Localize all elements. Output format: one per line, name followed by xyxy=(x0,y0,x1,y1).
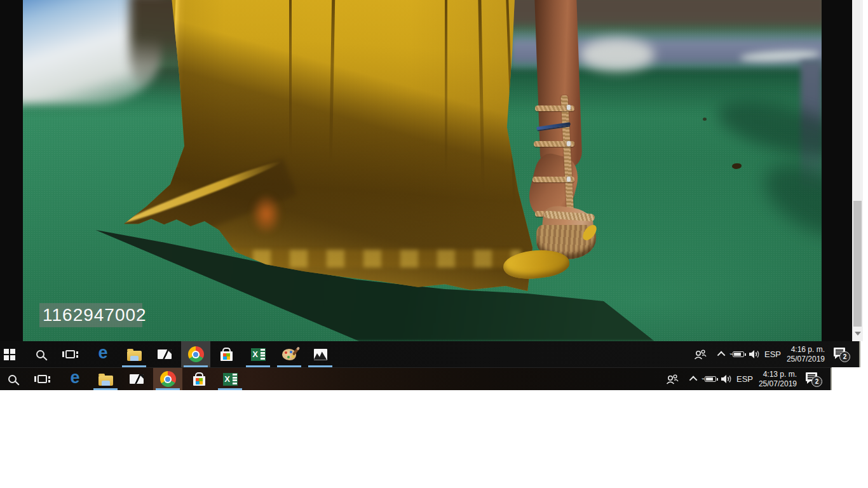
people-button[interactable] xyxy=(693,341,708,367)
speaker-icon xyxy=(749,349,761,359)
battery-button[interactable]: ⌁ xyxy=(731,341,746,367)
watermark-text: 1162947002 xyxy=(43,305,147,325)
embedded-volume xyxy=(719,368,733,390)
embedded-store-button xyxy=(184,368,214,390)
embedded-excel-button: X xyxy=(215,368,245,390)
taskbar-search-button[interactable] xyxy=(25,341,55,367)
notification-badge: 2 xyxy=(839,351,850,362)
speaker-icon xyxy=(721,374,733,384)
chrome-icon xyxy=(188,346,204,362)
embedded-language-indicator: ESP xyxy=(735,368,754,390)
task-view-icon xyxy=(37,375,47,383)
scrollbar[interactable] xyxy=(852,0,863,341)
excel-icon: X xyxy=(223,373,238,386)
clock-date: 25/07/2019 xyxy=(784,355,825,364)
taskbar-photos-button[interactable] xyxy=(306,341,335,367)
embedded-tray-overflow xyxy=(689,368,699,390)
embedded-people-button xyxy=(665,368,680,390)
taskbar-excel-button[interactable]: X xyxy=(243,341,273,367)
embedded-mail-button xyxy=(122,368,151,390)
file-explorer-icon xyxy=(127,351,142,361)
clock-date: 25/07/2019 xyxy=(756,379,797,389)
page-edge xyxy=(863,0,868,341)
excel-icon: X xyxy=(251,348,266,361)
embedded-task-view-button xyxy=(27,368,57,390)
taskbar-primary: e X xyxy=(0,341,860,367)
chevron-up-icon xyxy=(717,351,725,360)
tray-overflow-button[interactable] xyxy=(717,341,727,367)
chrome-icon xyxy=(160,371,176,387)
search-icon xyxy=(36,350,44,358)
taskbar-store-button[interactable] xyxy=(212,341,241,367)
clock-time: 4:16 p. m. xyxy=(784,345,825,355)
microsoft-store-icon xyxy=(220,351,233,361)
chevron-up-icon xyxy=(689,376,697,384)
task-view-button[interactable] xyxy=(55,341,85,367)
embedded-chrome-button xyxy=(153,368,182,390)
sandal-buckle xyxy=(567,141,571,146)
taskbar-file-explorer-button[interactable] xyxy=(119,341,149,367)
embedded-search-button xyxy=(0,368,27,390)
microsoft-store-icon xyxy=(193,376,205,386)
edge-icon: e xyxy=(70,369,79,386)
photos-icon xyxy=(314,349,327,360)
photo: 1162947002 xyxy=(23,0,822,341)
clock[interactable]: 4:16 p. m. 25/07/2019 xyxy=(784,341,825,367)
paint-icon xyxy=(282,349,296,360)
action-center-button[interactable]: 2 xyxy=(830,341,858,367)
embedded-battery: ⌁ xyxy=(703,368,718,390)
people-icon xyxy=(666,374,679,384)
taskbar-chrome-button[interactable] xyxy=(181,341,210,367)
scrollbar-thumb[interactable] xyxy=(853,201,862,327)
image-viewer-area: 1162947002 xyxy=(0,0,868,341)
clock-time: 4:13 p. m. xyxy=(756,370,797,379)
scrollbar-down-arrow[interactable] xyxy=(855,332,861,336)
taskbar-paint-button[interactable] xyxy=(275,341,304,367)
windows-logo-icon xyxy=(4,349,15,360)
sandal-buckle xyxy=(567,177,571,182)
mail-icon xyxy=(158,349,172,359)
task-view-icon xyxy=(65,350,75,358)
embedded-file-explorer-button xyxy=(91,368,120,390)
taskbar-embedded: e X ⌁ xyxy=(0,367,832,390)
desktop-screen: 1162947002 e xyxy=(0,0,868,488)
sandal-buckle xyxy=(567,105,571,110)
carpet-speck xyxy=(703,118,707,121)
taskbar-mail-button[interactable] xyxy=(150,341,179,367)
file-explorer-icon xyxy=(98,376,113,386)
taskbar-edge-button[interactable]: e xyxy=(88,341,118,367)
background-highlight xyxy=(580,38,654,71)
notification-badge: 2 xyxy=(811,376,822,387)
edge-icon: e xyxy=(98,344,107,362)
volume-button[interactable] xyxy=(747,341,761,367)
watermark-badge: 1162947002 xyxy=(39,303,142,327)
battery-charging-icon: ⌁ xyxy=(733,351,744,357)
embedded-edge-button: e xyxy=(60,368,90,390)
start-button[interactable] xyxy=(0,341,24,367)
embedded-clock: 4:13 p. m. 25/07/2019 xyxy=(756,368,797,390)
battery-charging-icon: ⌁ xyxy=(705,376,716,382)
embedded-action-center: 2 xyxy=(802,368,830,390)
mail-icon xyxy=(130,374,144,384)
people-icon xyxy=(694,349,707,360)
language-indicator[interactable]: ESP xyxy=(763,341,783,367)
search-icon xyxy=(8,375,17,383)
